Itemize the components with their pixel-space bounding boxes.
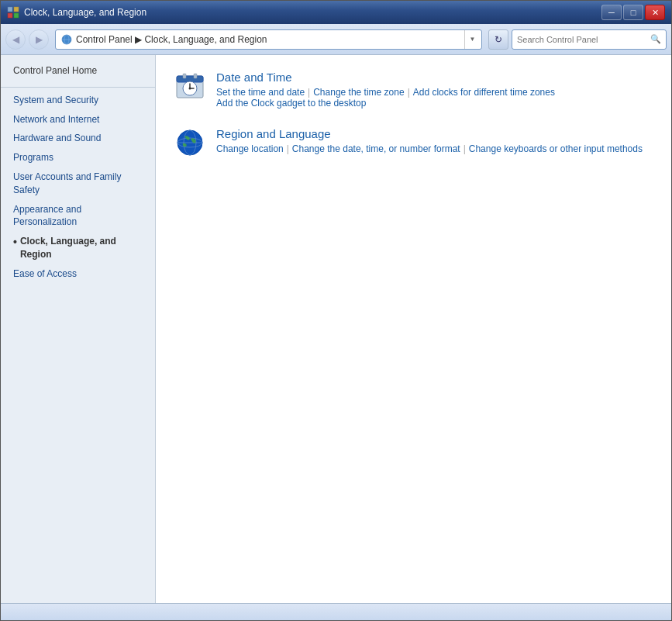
title-bar-buttons: ─ □ ✕: [601, 5, 665, 20]
address-bar-icon: [60, 33, 73, 46]
title-bar-left: Clock, Language, and Region: [7, 6, 146, 19]
clock-svg: [175, 71, 205, 101]
address-breadcrumb: Control Panel ▶ Clock, Language, and Reg…: [76, 34, 461, 45]
minimize-button[interactable]: ─: [601, 5, 622, 20]
add-clocks-link[interactable]: Add clocks for different time zones: [413, 87, 555, 98]
section-region-language: Region and Language Change location | Ch…: [174, 127, 653, 158]
change-zone-link[interactable]: Change the time zone: [313, 87, 404, 98]
svg-point-14: [189, 88, 191, 90]
sidebar-item-user-accounts[interactable]: User Accounts and Family Safety: [1, 167, 155, 200]
sep3: |: [287, 143, 289, 154]
maximize-button[interactable]: □: [623, 5, 643, 20]
svg-rect-9: [183, 74, 186, 78]
sidebar-item-system[interactable]: System and Security: [1, 91, 155, 110]
search-icon[interactable]: 🔍: [650, 34, 661, 44]
change-format-link[interactable]: Change the date, time, or number format: [292, 143, 460, 154]
date-time-title[interactable]: Date and Time: [216, 71, 653, 84]
sidebar-item-network[interactable]: Network and Internet: [1, 110, 155, 129]
change-keyboards-link[interactable]: Change keyboards or other input methods: [469, 143, 643, 154]
sidebar-divider-top: [1, 87, 155, 88]
status-bar: [1, 603, 671, 620]
globe-svg: [175, 128, 205, 157]
region-language-content: Region and Language Change location | Ch…: [216, 127, 653, 154]
sidebar-item-appearance[interactable]: Appearance and Personalization: [1, 200, 155, 233]
nav-bar: ◀ ▶ Control Panel ▶ Clock, Language, and…: [1, 24, 671, 55]
change-location-link[interactable]: Change location: [216, 143, 284, 154]
sidebar-item-ease[interactable]: Ease of Access: [1, 264, 155, 284]
date-time-links-row1: Set the time and date | Change the time …: [216, 87, 653, 98]
svg-rect-0: [8, 7, 12, 12]
window-title: Clock, Language, and Region: [24, 7, 146, 18]
svg-rect-10: [194, 74, 197, 78]
svg-rect-2: [8, 13, 12, 18]
date-time-links-row2: Add the Clock gadget to the desktop: [216, 98, 653, 109]
section-date-time: Date and Time Set the time and date | Ch…: [174, 71, 653, 109]
search-bar[interactable]: 🔍: [512, 29, 667, 50]
region-language-icon: [174, 127, 205, 158]
window: Clock, Language, and Region ─ □ ✕ ◀ ▶ Co…: [0, 0, 672, 621]
sidebar-item-home[interactable]: Control Panel Home: [1, 61, 155, 81]
refresh-button[interactable]: ↻: [488, 29, 508, 50]
forward-button[interactable]: ▶: [29, 29, 49, 50]
date-time-icon: [174, 71, 205, 102]
sidebar-item-hardware[interactable]: Hardware and Sound: [1, 129, 155, 148]
set-time-link[interactable]: Set the time and date: [216, 87, 305, 98]
back-button[interactable]: ◀: [5, 29, 26, 50]
content: Date and Time Set the time and date | Ch…: [156, 55, 671, 603]
sep2: |: [408, 87, 410, 98]
sep4: |: [464, 143, 466, 154]
title-bar: Clock, Language, and Region ─ □ ✕: [1, 1, 671, 24]
region-language-links-row1: Change location | Change the date, time,…: [216, 143, 653, 154]
sidebar: Control Panel Home System and Security N…: [1, 55, 156, 603]
window-icon: [7, 6, 19, 19]
main-area: Control Panel Home System and Security N…: [1, 55, 671, 603]
address-dropdown-arrow[interactable]: ▼: [464, 30, 477, 49]
sidebar-item-programs[interactable]: Programs: [1, 148, 155, 167]
svg-rect-3: [14, 13, 19, 18]
add-gadget-link[interactable]: Add the Clock gadget to the desktop: [216, 98, 366, 109]
close-button[interactable]: ✕: [645, 5, 665, 20]
sidebar-item-clock[interactable]: Clock, Language, and Region: [1, 232, 155, 264]
date-time-content: Date and Time Set the time and date | Ch…: [216, 71, 653, 109]
svg-rect-1: [14, 7, 19, 12]
region-language-title[interactable]: Region and Language: [216, 127, 653, 140]
sep1: |: [308, 87, 310, 98]
search-input[interactable]: [517, 35, 647, 44]
address-bar[interactable]: Control Panel ▶ Clock, Language, and Reg…: [55, 29, 482, 50]
